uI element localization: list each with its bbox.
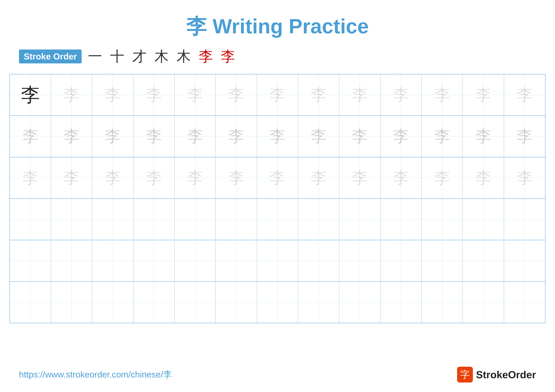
grid-cell [10, 199, 51, 240]
grid-cell [422, 240, 463, 281]
grid-cell [463, 282, 504, 323]
grid-cell: 李 [10, 74, 51, 115]
grid-row [10, 240, 545, 282]
grid-cell: 李 [175, 116, 216, 157]
cell-character: 李 [434, 128, 450, 144]
grid-cell: 李 [339, 116, 380, 157]
grid-cell: 李 [298, 157, 339, 199]
grid-cell [175, 240, 216, 281]
grid-cell [175, 199, 216, 240]
grid-cell: 李 [10, 157, 51, 199]
grid-cell: 李 [10, 116, 51, 157]
grid-cell: 李 [216, 116, 257, 157]
cell-character: 李 [311, 170, 327, 186]
grid-cell: 李 [51, 157, 92, 199]
grid-cell: 李 [298, 74, 339, 115]
grid-cell [133, 240, 175, 281]
footer-logo: 字 StrokeOrder [457, 367, 536, 383]
footer-url: https://www.strokeorder.com/chinese/李 [19, 369, 172, 380]
stroke-step-6: 李 [199, 47, 213, 66]
stroke-step-2: 十 [110, 47, 124, 66]
grid-cell [463, 240, 504, 281]
cell-character: 李 [517, 87, 533, 103]
cell-character: 李 [352, 170, 368, 186]
grid-cell: 李 [380, 116, 422, 157]
grid-cell [92, 240, 133, 281]
grid-cell [133, 199, 175, 240]
cell-character: 李 [105, 170, 121, 186]
grid-cell: 李 [216, 74, 257, 115]
grid-cell: 李 [504, 157, 545, 199]
title-english: Writing Practice [212, 15, 369, 38]
cell-character: 李 [146, 128, 162, 144]
title-area: 李 Writing Practice [0, 0, 555, 47]
cell-character: 李 [434, 170, 450, 186]
grid-cell [216, 240, 257, 281]
grid-cell [339, 282, 380, 323]
cell-character: 李 [352, 87, 368, 103]
cell-character: 李 [64, 87, 80, 103]
grid-cell [257, 199, 298, 240]
cell-character: 李 [21, 86, 40, 104]
cell-character: 李 [311, 128, 327, 144]
cell-character: 李 [270, 170, 285, 186]
grid-cell: 李 [133, 116, 175, 157]
grid-cell [10, 282, 51, 323]
stroke-order-row: Stroke Order 一 十 才 木 木 李 李 [0, 47, 555, 66]
grid-cell [92, 282, 133, 323]
grid-cell [504, 240, 545, 281]
footer: https://www.strokeorder.com/chinese/李 字 … [0, 367, 555, 383]
grid-cell [10, 240, 51, 281]
grid-cell: 李 [422, 116, 463, 157]
cell-character: 李 [105, 87, 121, 103]
grid-cell: 李 [92, 157, 133, 199]
grid-cell [339, 240, 380, 281]
grid-cell [504, 199, 545, 240]
cell-character: 李 [187, 128, 203, 144]
cell-character: 李 [517, 170, 533, 186]
logo-text: StrokeOrder [476, 369, 536, 381]
grid-row: 李李李李李李李李李李李李李 [10, 157, 545, 199]
grid-cell: 李 [51, 74, 92, 115]
cell-character: 李 [475, 128, 491, 144]
grid-cell [133, 282, 175, 323]
grid-row: 李李李李李李李李李李李李李 [10, 116, 545, 157]
grid-cell: 李 [380, 157, 422, 199]
stroke-step-4: 木 [154, 47, 169, 66]
cell-character: 李 [393, 87, 409, 103]
cell-character: 李 [228, 87, 244, 103]
grid-cell [51, 282, 92, 323]
grid-cell: 李 [339, 157, 380, 199]
cell-character: 李 [187, 87, 203, 103]
grid-cell: 李 [92, 116, 133, 157]
cell-character: 李 [105, 128, 121, 144]
grid-cell: 李 [92, 74, 133, 115]
cell-character: 李 [475, 87, 491, 103]
grid-cell: 李 [504, 116, 545, 157]
grid-cell: 李 [463, 74, 504, 115]
grid-cell [422, 199, 463, 240]
cell-character: 李 [393, 128, 409, 144]
grid-cell [380, 240, 422, 281]
stroke-step-1: 一 [88, 47, 102, 66]
stroke-step-3: 才 [132, 47, 146, 66]
grid-cell [92, 199, 133, 240]
practice-grid: 李李李李李李李李李李李李李李李李李李李李李李李李李李李李李李李李李李李李李李李 [9, 74, 546, 323]
grid-cell: 李 [339, 74, 380, 115]
cell-character: 李 [311, 87, 327, 103]
grid-cell [380, 199, 422, 240]
cell-character: 李 [146, 170, 162, 186]
cell-character: 李 [228, 128, 244, 144]
page-title: 李 Writing Practice [186, 15, 369, 38]
cell-character: 李 [22, 128, 38, 144]
grid-cell [298, 282, 339, 323]
grid-cell [51, 199, 92, 240]
logo-icon: 字 [457, 367, 473, 383]
grid-cell [257, 282, 298, 323]
grid-cell [298, 199, 339, 240]
stroke-order-badge: Stroke Order [19, 50, 82, 64]
grid-cell: 李 [298, 116, 339, 157]
grid-cell: 李 [133, 157, 175, 199]
cell-character: 李 [228, 170, 244, 186]
cell-character: 李 [146, 87, 162, 103]
